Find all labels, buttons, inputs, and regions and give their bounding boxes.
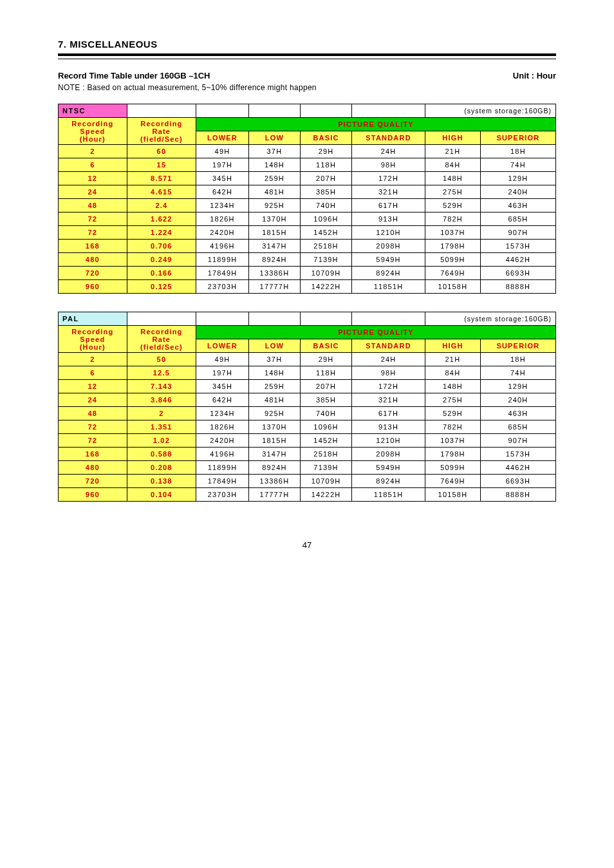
value-cell: 345H bbox=[196, 172, 249, 185]
blank-cell bbox=[248, 312, 300, 326]
col-rate-header: RecordingRate(field/Sec) bbox=[127, 326, 196, 353]
value-cell: 1826H bbox=[196, 212, 249, 226]
table-row: 721.3511826H1370H1096H913H782H685H bbox=[59, 420, 556, 434]
value-cell: 8924H bbox=[248, 253, 300, 267]
speed-cell: 24 bbox=[59, 393, 127, 407]
quality-header: LOWER bbox=[196, 131, 249, 145]
value-cell: 197H bbox=[196, 158, 249, 172]
value-cell: 463H bbox=[480, 407, 555, 420]
value-cell: 11899H bbox=[196, 253, 249, 267]
value-cell: 463H bbox=[480, 199, 555, 212]
value-cell: 1370H bbox=[248, 212, 300, 226]
value-cell: 642H bbox=[196, 393, 249, 407]
value-cell: 2420H bbox=[196, 226, 249, 240]
value-cell: 1096H bbox=[300, 212, 351, 226]
quality-header: SUPERIOR bbox=[480, 131, 555, 145]
speed-cell: 72 bbox=[59, 420, 127, 434]
table-row: 128.571345H259H207H172H148H129H bbox=[59, 172, 556, 185]
table-row: 9600.10423703H17777H14222H11851H10158H88… bbox=[59, 488, 556, 502]
speed-cell: 720 bbox=[59, 267, 127, 280]
picture-quality-header: PICTURE QUALITY bbox=[196, 118, 556, 131]
value-cell: 3147H bbox=[248, 240, 300, 253]
table-row: 243.846642H481H385H321H275H240H bbox=[59, 393, 556, 407]
speed-cell: 12 bbox=[59, 172, 127, 185]
value-cell: 925H bbox=[248, 407, 300, 420]
value-cell: 98H bbox=[352, 158, 425, 172]
value-cell: 37H bbox=[248, 353, 300, 366]
col-speed-header: RecordingSpeed(Hour) bbox=[59, 118, 127, 145]
value-cell: 2098H bbox=[352, 448, 425, 461]
rate-cell: 3.846 bbox=[127, 393, 196, 407]
value-cell: 1798H bbox=[425, 448, 481, 461]
value-cell: 2098H bbox=[352, 240, 425, 253]
speed-cell: 48 bbox=[59, 407, 127, 420]
value-cell: 10158H bbox=[425, 280, 481, 294]
quality-header: HIGH bbox=[425, 339, 481, 353]
rate-cell: 2.4 bbox=[127, 199, 196, 212]
value-cell: 17777H bbox=[248, 280, 300, 294]
rate-cell: 0.104 bbox=[127, 488, 196, 502]
rate-cell: 0.125 bbox=[127, 280, 196, 294]
value-cell: 907H bbox=[480, 434, 555, 448]
rate-cell: 0.166 bbox=[127, 267, 196, 280]
value-cell: 7139H bbox=[300, 461, 351, 475]
value-cell: 13386H bbox=[248, 475, 300, 488]
value-cell: 11851H bbox=[352, 488, 425, 502]
value-cell: 49H bbox=[196, 145, 249, 158]
value-cell: 913H bbox=[352, 420, 425, 434]
rate-cell: 0.208 bbox=[127, 461, 196, 475]
value-cell: 10709H bbox=[300, 267, 351, 280]
value-cell: 18H bbox=[480, 145, 555, 158]
value-cell: 740H bbox=[300, 199, 351, 212]
table-row: 1680.5884196H3147H2518H2098H1798H1573H bbox=[59, 448, 556, 461]
value-cell: 24H bbox=[352, 145, 425, 158]
table-row: 721.2242420H1815H1452H1210H1037H907H bbox=[59, 226, 556, 240]
value-cell: 8888H bbox=[480, 488, 555, 502]
speed-cell: 720 bbox=[59, 475, 127, 488]
value-cell: 1037H bbox=[425, 434, 481, 448]
speed-cell: 480 bbox=[59, 253, 127, 267]
value-cell: 1815H bbox=[248, 226, 300, 240]
value-cell: 782H bbox=[425, 212, 481, 226]
value-cell: 4462H bbox=[480, 461, 555, 475]
value-cell: 3147H bbox=[248, 448, 300, 461]
value-cell: 1234H bbox=[196, 199, 249, 212]
col-rate-header: RecordingRate(field/Sec) bbox=[127, 118, 196, 145]
speed-cell: 960 bbox=[59, 280, 127, 294]
quality-header: STANDARD bbox=[352, 339, 425, 353]
table-row: 4821234H925H740H617H529H463H bbox=[59, 407, 556, 420]
blank-cell bbox=[300, 312, 351, 326]
rate-cell: 0.706 bbox=[127, 240, 196, 253]
value-cell: 10158H bbox=[425, 488, 481, 502]
storage-label: (system storage:160GB) bbox=[425, 104, 556, 118]
speed-cell: 24 bbox=[59, 185, 127, 199]
quality-header: LOW bbox=[248, 131, 300, 145]
value-cell: 21H bbox=[425, 145, 481, 158]
value-cell: 1573H bbox=[480, 448, 555, 461]
blank-cell bbox=[127, 104, 196, 118]
page: 7. MISCELLANEOUS Record Time Table under… bbox=[0, 0, 614, 576]
value-cell: 642H bbox=[196, 185, 249, 199]
subhead-row: Record Time Table under 160GB –1CH Unit … bbox=[58, 71, 556, 80]
value-cell: 17777H bbox=[248, 488, 300, 502]
table-row: 4800.24911899H8924H7139H5949H5099H4462H bbox=[59, 253, 556, 267]
value-cell: 4462H bbox=[480, 253, 555, 267]
value-cell: 14222H bbox=[300, 280, 351, 294]
value-cell: 10709H bbox=[300, 475, 351, 488]
blank-cell bbox=[352, 104, 425, 118]
rate-cell: 2 bbox=[127, 407, 196, 420]
table-row: 26049H37H29H24H21H18H bbox=[59, 145, 556, 158]
value-cell: 8924H bbox=[248, 461, 300, 475]
rate-cell: 1.622 bbox=[127, 212, 196, 226]
storage-label: (system storage:160GB) bbox=[425, 312, 556, 326]
rate-cell: 8.571 bbox=[127, 172, 196, 185]
value-cell: 49H bbox=[196, 353, 249, 366]
value-cell: 118H bbox=[300, 366, 351, 380]
table-row: 482.41234H925H740H617H529H463H bbox=[59, 199, 556, 212]
page-number: 47 bbox=[58, 540, 556, 550]
value-cell: 148H bbox=[425, 172, 481, 185]
value-cell: 529H bbox=[425, 407, 481, 420]
format-label: NTSC bbox=[59, 104, 127, 118]
quality-header: HIGH bbox=[425, 131, 481, 145]
value-cell: 617H bbox=[352, 199, 425, 212]
